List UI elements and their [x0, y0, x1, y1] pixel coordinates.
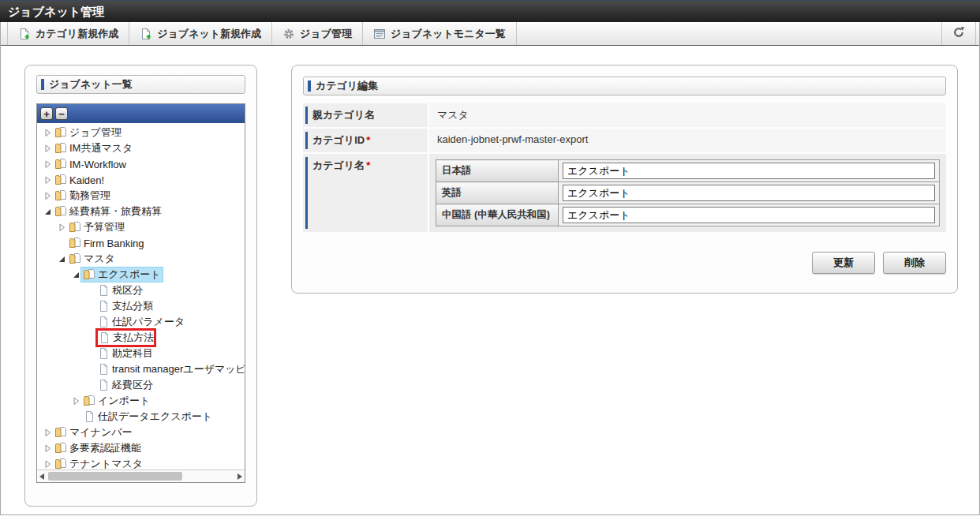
- toolbar-button-job-management[interactable]: ジョブ管理: [272, 22, 363, 45]
- folder-icon: [54, 205, 67, 218]
- toolbar-button-label: ジョブネット新規作成: [157, 27, 261, 41]
- update-button[interactable]: 更新: [812, 252, 875, 274]
- category-edit-panel: カテゴリ編集 親カテゴリ名 マスタ カテゴリID* kaiden-jobnet-…: [291, 65, 958, 294]
- folder-icon: [54, 158, 67, 170]
- expander-collapsed-icon[interactable]: [42, 127, 53, 138]
- refresh-icon: [952, 26, 965, 42]
- folder-icon: [54, 142, 67, 155]
- tree-item[interactable]: 支払分類: [37, 298, 245, 314]
- expand-all-button[interactable]: +: [40, 107, 53, 120]
- expander-collapsed-icon[interactable]: [42, 190, 53, 201]
- expander-collapsed-icon[interactable]: [42, 458, 53, 469]
- toolbar-button-label: ジョブ管理: [300, 27, 352, 41]
- tree-item-group: テナントマスタ: [53, 457, 144, 469]
- category-name-input-1[interactable]: [563, 185, 935, 201]
- h-scrollbar: [37, 469, 245, 482]
- app-title: ジョブネット管理: [0, 0, 980, 22]
- scrollbar-track: [47, 471, 235, 481]
- tree-item-group: 勘定科目: [95, 346, 155, 361]
- tree-item-label: マスタ: [84, 252, 115, 266]
- tree-item[interactable]: 支払方法: [37, 330, 245, 346]
- tree-item-label: IM-Workflow: [69, 159, 126, 170]
- tree-item[interactable]: インポート: [37, 393, 245, 409]
- expander-expanded-icon[interactable]: [56, 253, 67, 264]
- category-name-input-2[interactable]: [563, 207, 935, 223]
- category-name-table-body: 日本語英語中国語 (中華人民共和国): [436, 160, 940, 226]
- page-icon: [97, 379, 110, 391]
- tree-item[interactable]: マスタ: [37, 251, 245, 267]
- tree-item-group: 多要素認証機能: [53, 441, 143, 455]
- scrollbar-thumb[interactable]: [48, 472, 182, 481]
- folder-icon: [54, 442, 67, 455]
- tree-item[interactable]: 多要素認証機能: [37, 440, 245, 456]
- expander-collapsed-icon[interactable]: [70, 395, 81, 406]
- collapse-all-button[interactable]: −: [55, 107, 68, 120]
- editor-panel-title-label: カテゴリ編集: [316, 79, 378, 93]
- tree-item-selected: エクスポート: [81, 267, 163, 282]
- expander-expanded-icon[interactable]: [42, 206, 53, 217]
- expander-expanded-icon[interactable]: [70, 269, 81, 280]
- tree-item-group: 経費区分: [95, 378, 155, 392]
- tree-item[interactable]: 仕訳データエクスポート: [37, 409, 245, 425]
- tree-item-group: 税区分: [95, 283, 144, 297]
- parent-category-value: マスタ: [429, 103, 946, 127]
- folder-icon: [54, 126, 67, 139]
- tree-item-group: 勤務管理: [53, 189, 112, 203]
- tree-item[interactable]: 経費区分: [37, 377, 245, 393]
- delete-button[interactable]: 削除: [883, 252, 946, 274]
- tree-item[interactable]: ジョブ管理: [37, 125, 245, 140]
- required-marker: *: [366, 134, 370, 146]
- tree-item[interactable]: Firm Banking: [37, 235, 245, 251]
- tree-item[interactable]: テナントマスタ: [37, 456, 245, 469]
- language-label: 日本語: [436, 160, 559, 182]
- tree-item[interactable]: Kaiden!: [37, 172, 245, 188]
- expander-collapsed-icon[interactable]: [42, 427, 53, 438]
- tree-panel-title-label: ジョブネット一覧: [49, 77, 133, 92]
- tree-item-group: 予算管理: [67, 220, 126, 234]
- tree-item-group: transit managerユーザマッピ: [95, 362, 245, 376]
- tree-item[interactable]: transit managerユーザマッピ: [37, 361, 245, 377]
- scroll-left-arrow[interactable]: [37, 473, 47, 480]
- tree-item-label: IM共通マスタ: [69, 141, 133, 155]
- page-icon: [97, 316, 110, 328]
- folder-icon: [54, 189, 67, 202]
- expander-collapsed-icon[interactable]: [42, 159, 53, 170]
- tree-item-label: 経費区分: [112, 378, 153, 392]
- category-name-label: カテゴリ名*: [303, 154, 429, 232]
- toolbar-separator: [1, 22, 8, 45]
- tree-item[interactable]: エクスポート: [37, 267, 245, 282]
- expander-collapsed-icon[interactable]: [56, 222, 67, 233]
- category-name-value: 日本語英語中国語 (中華人民共和国): [429, 154, 946, 232]
- page-icon: [97, 363, 110, 376]
- page-icon: [97, 300, 110, 312]
- tree-item[interactable]: 経費精算・旅費精算: [37, 204, 245, 219]
- toolbar-button-category-new[interactable]: カテゴリ新規作成: [8, 22, 129, 45]
- category-name-input-0[interactable]: [563, 163, 935, 179]
- page-icon: [83, 410, 95, 423]
- tree-item-label: 支払方法: [113, 331, 154, 345]
- folder-icon: [83, 268, 95, 281]
- toolbar-button-jobnet-monitor-list[interactable]: ジョブネットモニタ一覧: [363, 22, 517, 45]
- expander-collapsed-icon[interactable]: [42, 443, 53, 454]
- tree-item[interactable]: マイナンバー: [37, 425, 245, 440]
- tree-item-label: transit managerユーザマッピ: [112, 362, 245, 376]
- expander-collapsed-icon[interactable]: [42, 143, 53, 154]
- tree-item[interactable]: IM共通マスタ: [37, 140, 245, 156]
- tree-item[interactable]: 仕訳パラメータ: [37, 314, 245, 330]
- tree-item-label: Kaiden!: [69, 174, 104, 186]
- tree-item-label: 勘定科目: [112, 346, 153, 361]
- tree-item-group: Kaiden!: [53, 174, 106, 186]
- tree-widget: + − ジョブ管理IM共通マスタIM-WorkflowKaiden!勤務管理経費…: [36, 103, 245, 483]
- toolbar-button-jobnet-new[interactable]: ジョブネット新規作成: [129, 22, 272, 45]
- scroll-right-arrow[interactable]: [235, 473, 245, 480]
- tree-item[interactable]: 予算管理: [37, 219, 245, 235]
- main-content: ジョブネット一覧 + − ジョブ管理IM共通マスタIM-WorkflowKaid…: [1, 46, 979, 514]
- tree-item-group: Firm Banking: [67, 237, 146, 249]
- tree-item[interactable]: IM-Workflow: [37, 156, 245, 172]
- expander-collapsed-icon[interactable]: [42, 174, 53, 185]
- refresh-button[interactable]: [941, 22, 976, 45]
- tree-item[interactable]: 税区分: [37, 282, 245, 298]
- tree-item[interactable]: 勘定科目: [37, 346, 245, 361]
- tree-item[interactable]: 勤務管理: [37, 188, 245, 204]
- form-row-category-id: カテゴリID* kaiden-jobnet-prwf-master-export: [303, 129, 946, 152]
